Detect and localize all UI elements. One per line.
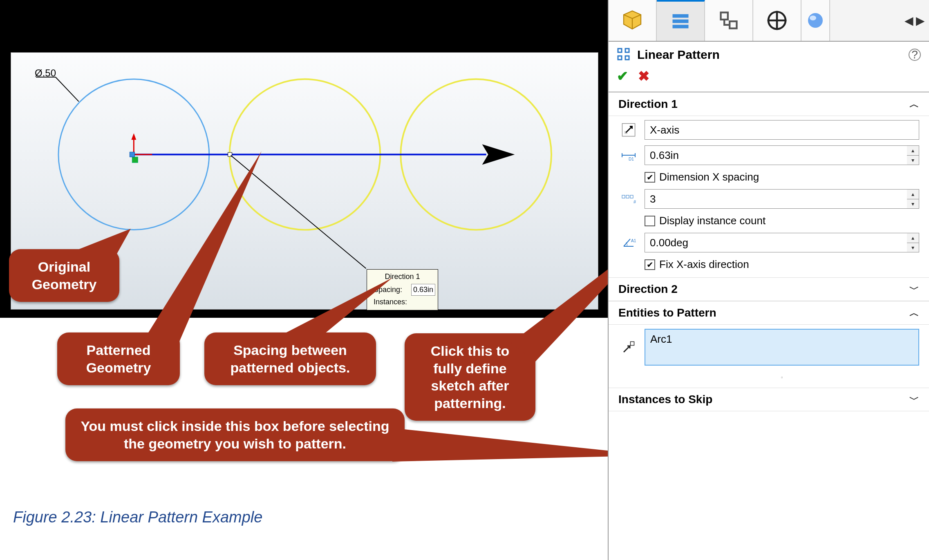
svg-rect-11 xyxy=(625,49,629,52)
tab-dimxpert[interactable] xyxy=(753,0,801,41)
fix-x-axis-label: Fix X-axis direction xyxy=(659,258,749,271)
property-manager: ◀ ▶ Linear Pattern ? ✔ ✖ Direction 1 ︿ X… xyxy=(608,0,929,560)
dimension-leader xyxy=(56,77,79,102)
figure-caption: Figure 2.23: Linear Pattern Example xyxy=(13,509,262,526)
svg-text:A1: A1 xyxy=(631,239,636,243)
section-instances-skip[interactable]: Instances to Skip ﹀ xyxy=(609,388,929,411)
spacing-field[interactable]: 0.63in xyxy=(645,145,907,165)
angle-spinner[interactable]: ▴▾ xyxy=(907,233,919,252)
direction-axis-field[interactable]: X-axis xyxy=(645,120,919,140)
svg-rect-1 xyxy=(673,20,689,23)
section-direction-1[interactable]: Direction 1 ︿ xyxy=(609,92,929,116)
svg-rect-13 xyxy=(625,56,629,60)
callout-original: Original Geometry xyxy=(9,249,119,302)
chevron-up-icon: ︿ xyxy=(909,306,919,319)
origin-coincident-icon xyxy=(132,157,138,163)
section-direction-1-label: Direction 1 xyxy=(618,98,678,111)
display-instance-count-label: Display instance count xyxy=(659,214,766,227)
entities-listbox[interactable]: Arc1 xyxy=(645,329,919,366)
svg-text:D1: D1 xyxy=(629,157,634,161)
angle-icon: A1 xyxy=(618,236,639,249)
origin-y-arrow xyxy=(131,133,136,140)
callout-spacing: Spacing between patterned objects. xyxy=(204,332,376,385)
svg-rect-10 xyxy=(618,49,622,52)
callout-entities: You must click inside this box before se… xyxy=(65,408,405,461)
svg-rect-4 xyxy=(730,21,736,28)
chevron-down-icon: ﹀ xyxy=(909,393,919,406)
svg-rect-0 xyxy=(673,14,689,18)
direction-1-body: X-axis D1 0.63in ▴▾ ✔ Dimension X spacin… xyxy=(609,116,929,277)
chevron-down-icon: ﹀ xyxy=(909,283,919,296)
display-instance-count-checkbox[interactable] xyxy=(645,216,655,226)
angle-field[interactable]: 0.00deg xyxy=(645,233,907,252)
help-icon[interactable]: ? xyxy=(909,49,921,61)
svg-point-8 xyxy=(808,13,823,28)
tab-scroll-arrows[interactable]: ◀ ▶ xyxy=(900,0,929,41)
tab-scroll-left-icon[interactable]: ◀ xyxy=(904,14,913,27)
tab-property-manager[interactable] xyxy=(657,0,705,41)
instance-count-spinner[interactable]: ▴▾ xyxy=(907,189,919,209)
fix-x-axis-checkbox[interactable]: ✔ xyxy=(645,259,655,270)
property-title: Linear Pattern xyxy=(637,48,720,62)
document-area: Ø.50 Direction 1 Spacing: 0.63in Instanc… xyxy=(0,0,608,560)
panel-tabs: ◀ ▶ xyxy=(609,0,929,42)
chevron-up-icon: ︿ xyxy=(909,98,919,111)
entities-item[interactable]: Arc1 xyxy=(650,333,913,346)
svg-rect-2 xyxy=(673,25,689,29)
info-leader xyxy=(231,155,366,268)
callout-patterned: Patterned Geometry xyxy=(57,332,180,385)
spacing-icon: D1 xyxy=(618,149,639,161)
ok-button[interactable]: ✔ xyxy=(617,68,628,84)
direction-arrowhead[interactable] xyxy=(482,144,515,165)
tab-appearance[interactable] xyxy=(801,0,830,41)
confirm-row: ✔ ✖ xyxy=(609,65,929,92)
property-header: Linear Pattern ? xyxy=(609,42,929,65)
spacing-spinner[interactable]: ▴▾ xyxy=(907,145,919,165)
origin-point-icon xyxy=(130,152,134,157)
dimension-x-spacing-checkbox[interactable]: ✔ xyxy=(645,172,655,183)
entities-selection-icon xyxy=(618,340,639,355)
tab-scroll-right-icon[interactable]: ▶ xyxy=(916,14,925,27)
cancel-button[interactable]: ✖ xyxy=(638,68,649,84)
section-direction-2[interactable]: Direction 2 ﹀ xyxy=(609,277,929,301)
info-title: Direction 1 xyxy=(371,271,434,282)
linear-pattern-icon xyxy=(617,47,631,62)
section-direction-2-label: Direction 2 xyxy=(618,283,678,296)
svg-rect-21 xyxy=(631,342,634,346)
diameter-dimension[interactable]: Ø.50 xyxy=(35,67,56,79)
svg-rect-18 xyxy=(630,195,633,198)
svg-rect-12 xyxy=(618,56,622,60)
instance-count-field[interactable]: 3 xyxy=(645,189,907,209)
svg-text:#: # xyxy=(634,199,636,204)
svg-rect-3 xyxy=(721,13,728,20)
section-entities-label: Entities to Pattern xyxy=(618,306,716,319)
tab-configuration-manager[interactable] xyxy=(705,0,753,41)
info-instances-label: Instances: xyxy=(372,297,409,308)
tab-feature-manager[interactable] xyxy=(609,0,657,41)
resize-grip[interactable]: ◦ xyxy=(618,371,919,381)
dimension-x-spacing-label: Dimension X spacing xyxy=(659,171,759,183)
info-spacing-value[interactable]: 0.63in xyxy=(411,284,435,296)
section-entities[interactable]: Entities to Pattern ︿ xyxy=(609,301,929,325)
pattern-info-box[interactable]: Direction 1 Spacing: 0.63in Instances: xyxy=(367,269,438,310)
info-spacing-label: Spacing: xyxy=(372,284,409,296)
section-instances-skip-label: Instances to Skip xyxy=(618,393,712,406)
instance-count-icon: # xyxy=(618,193,639,205)
reverse-direction-icon[interactable] xyxy=(618,123,639,137)
callout-dimx: Click this to fully define sketch after … xyxy=(405,333,535,421)
entities-body: Arc1 ◦ xyxy=(609,325,929,388)
svg-rect-16 xyxy=(622,195,625,198)
svg-point-9 xyxy=(810,16,816,20)
svg-rect-17 xyxy=(626,195,629,198)
